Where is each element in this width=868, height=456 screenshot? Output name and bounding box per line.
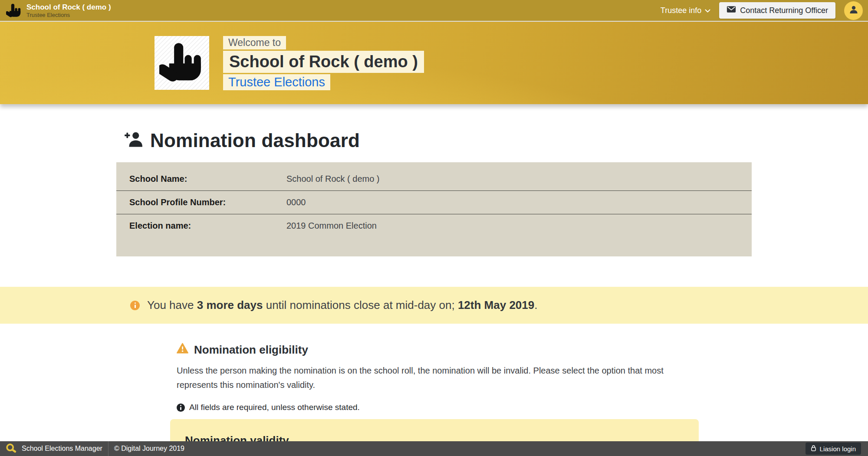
user-avatar[interactable]	[844, 1, 863, 20]
main-content: Nomination dashboard School Name: School…	[0, 129, 868, 456]
liasion-login-button[interactable]: Liasion login	[806, 443, 861, 455]
page-title: Nomination dashboard	[124, 129, 868, 152]
table-row: Election name: 2019 Common Election	[116, 214, 752, 237]
contact-button-label: Contact Returning Officer	[740, 6, 828, 15]
hero-trustee-elections-link[interactable]: Trustee Elections	[223, 74, 330, 90]
nomination-eligibility-section: Nomination eligibility Unless the person…	[177, 343, 715, 412]
row-value: 0000	[286, 197, 306, 207]
rock-hand-icon	[6, 3, 22, 18]
brand-home-link[interactable]: School of Rock ( demo ) Trustee Election…	[6, 3, 111, 18]
row-value: 2019 Common Election	[286, 221, 377, 231]
page-title-text: Nomination dashboard	[150, 130, 360, 151]
person-add-icon	[124, 129, 144, 152]
person-icon	[848, 4, 859, 16]
warning-icon	[177, 343, 188, 357]
required-note-text: All fields are required, unless otherwis…	[189, 403, 360, 412]
row-label: Election name:	[129, 221, 286, 231]
footer-bar: School Elections Manager © Digital Journ…	[0, 441, 868, 456]
footer-copyright: © Digital Journey 2019	[114, 445, 184, 453]
hero-school-name: School of Rock ( demo )	[223, 51, 424, 73]
school-info-card: School Name: School of Rock ( demo ) Sch…	[116, 162, 752, 256]
contact-returning-officer-button[interactable]: Contact Returning Officer	[719, 2, 835, 19]
rock-hand-icon	[159, 39, 204, 86]
liasion-login-label: Liasion login	[820, 445, 856, 453]
deadline-notice-text: You have 3 more days until nominations c…	[147, 299, 537, 312]
elections-manager-logo-icon	[5, 443, 17, 454]
trustee-info-label: Trustee info	[661, 6, 701, 15]
footer-divider	[108, 441, 108, 456]
school-logo	[155, 36, 209, 90]
trustee-info-menu[interactable]: Trustee info	[661, 6, 710, 15]
hero-banner: Welcome to School of Rock ( demo ) Trust…	[0, 21, 868, 104]
nav-school-title: School of Rock ( demo )	[26, 3, 111, 12]
deadline-notice-banner: You have 3 more days until nominations c…	[0, 287, 868, 324]
row-label: School Name:	[129, 174, 286, 184]
lock-icon	[811, 445, 816, 453]
info-icon	[130, 301, 140, 310]
eligibility-heading-text: Nomination eligibility	[194, 343, 308, 357]
required-fields-note: All fields are required, unless otherwis…	[177, 403, 715, 412]
footer-app-name: School Elections Manager	[22, 445, 102, 453]
eligibility-body-text: Unless the person making the nomination …	[177, 364, 700, 392]
eligibility-heading: Nomination eligibility	[177, 343, 715, 357]
table-row: School Profile Number: 0000	[116, 190, 752, 214]
envelope-icon	[727, 6, 736, 15]
table-row: School Name: School of Rock ( demo )	[116, 167, 752, 190]
nav-school-subtitle: Trustee Elections	[26, 12, 111, 18]
chevron-down-icon	[705, 6, 710, 15]
row-value: School of Rock ( demo )	[286, 174, 380, 184]
info-icon	[177, 404, 185, 412]
hero-welcome-text: Welcome to	[223, 36, 286, 49]
top-navbar: School of Rock ( demo ) Trustee Election…	[0, 0, 868, 21]
row-label: School Profile Number:	[129, 197, 286, 207]
